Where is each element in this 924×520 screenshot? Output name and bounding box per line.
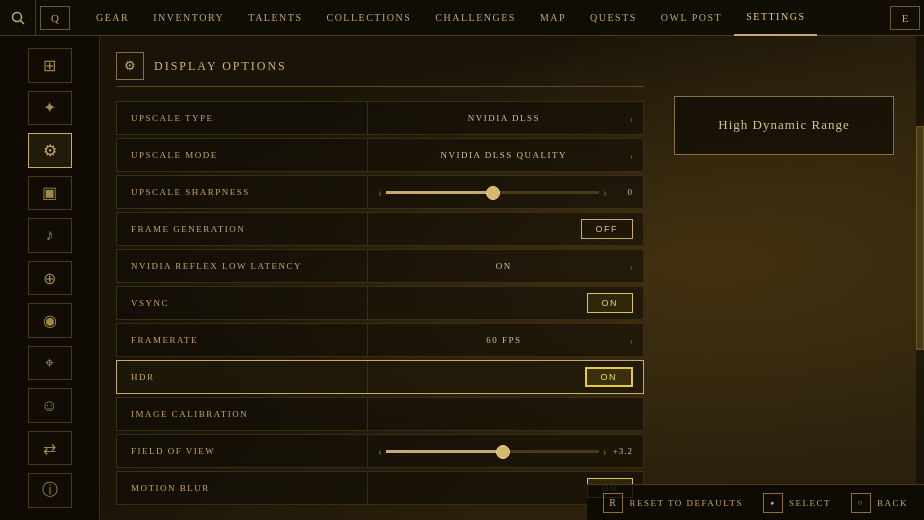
info-box: High Dynamic Range (674, 96, 894, 155)
setting-frame-generation[interactable]: FRAME GENERATION OFF (116, 212, 644, 246)
nav-item-settings[interactable]: SETTINGS (734, 0, 817, 36)
setting-upscale-type[interactable]: UPSCALE TYPE NVIDIA DLSS › (116, 101, 644, 135)
nav-item-gear[interactable]: GEAR (84, 0, 141, 36)
reset-defaults-button[interactable]: R RESET TO DEFAULTS (603, 493, 743, 513)
sidebar-item-gamepad[interactable]: ◉ (28, 303, 72, 338)
scroll-thumb[interactable] (916, 126, 924, 350)
sidebar-item-magic[interactable]: ✦ (28, 91, 72, 126)
setting-vsync[interactable]: VSYNC ON (116, 286, 644, 320)
svg-line-1 (20, 20, 24, 24)
back-key-badge: ○ (851, 493, 871, 513)
nav-item-map[interactable]: MAP (528, 0, 578, 36)
bottom-bar: R RESET TO DEFAULTS ● SELECT ○ BACK (587, 484, 924, 520)
setting-hdr[interactable]: HDR ON (116, 360, 644, 394)
sharpness-slider[interactable] (382, 191, 603, 194)
nav-item-challenges[interactable]: CHALLENGES (423, 0, 528, 36)
setting-image-calibration[interactable]: IMAGE CALIBRATION (116, 397, 644, 431)
back-label: BACK (877, 498, 908, 508)
frame-generation-toggle[interactable]: OFF (581, 219, 634, 239)
sidebar-item-audio[interactable]: ♪ (28, 218, 72, 253)
section-header: ⚙ DISPLAY OPTIONS (116, 52, 644, 87)
fov-slider-right[interactable]: › (603, 444, 607, 459)
framerate-chevron: › (630, 335, 633, 346)
right-panel: High Dynamic Range (644, 36, 924, 520)
sidebar-item-settings[interactable]: ⚙ (28, 133, 72, 168)
select-label: SELECT (789, 498, 831, 508)
setting-upscale-sharpness[interactable]: UPSCALE SHARPNESS ‹ › 0 (116, 175, 644, 209)
setting-upscale-mode[interactable]: UPSCALE MODE NVIDIA DLSS Quality › (116, 138, 644, 172)
sidebar-item-accessibility[interactable]: ☺ (28, 388, 72, 423)
search-button[interactable] (0, 0, 36, 36)
main-content: ⚙ DISPLAY OPTIONS UPSCALE TYPE NVIDIA DL… (100, 36, 924, 520)
setting-reflex-latency[interactable]: NVIDIA REFLEX LOW LATENCY On › (116, 249, 644, 283)
sidebar-item-controls[interactable]: ⊕ (28, 261, 72, 296)
slider-right-arrow[interactable]: › (603, 185, 607, 200)
nav-item-quests[interactable]: QUESTS (578, 0, 649, 36)
sidebar-item-display[interactable]: ▣ (28, 176, 72, 211)
vsync-toggle[interactable]: ON (587, 293, 634, 313)
settings-panel: ⚙ DISPLAY OPTIONS UPSCALE TYPE NVIDIA DL… (100, 36, 644, 520)
fov-slider[interactable] (382, 450, 603, 453)
back-button[interactable]: ○ BACK (851, 493, 908, 513)
info-box-text: High Dynamic Range (718, 117, 849, 132)
select-key-badge: ● (763, 493, 783, 513)
scrollbar[interactable] (916, 36, 924, 484)
reflex-chevron: › (630, 261, 633, 272)
upscale-mode-chevron: › (630, 150, 633, 161)
setting-fov[interactable]: FIELD OF VIEW ‹ › +3.2 (116, 434, 644, 468)
nav-item-collections[interactable]: COLLECTIONS (314, 0, 423, 36)
reset-key-badge: R (603, 493, 623, 513)
setting-framerate[interactable]: FRAMERATE 60 FPS › (116, 323, 644, 357)
nav-items: GEAR INVENTORY TALENTS COLLECTIONS CHALL… (74, 0, 886, 36)
sidebar-item-network[interactable]: ⇄ (28, 431, 72, 466)
upscale-type-chevron: › (630, 113, 633, 124)
nav-left-icon[interactable]: Q (40, 6, 70, 30)
left-sidebar: ⊞ ✦ ⚙ ▣ ♪ ⊕ ◉ ⌖ ☺ ⇄ ⓘ (0, 36, 100, 520)
section-title: DISPLAY OPTIONS (154, 59, 287, 74)
sidebar-item-mouse[interactable]: ⌖ (28, 346, 72, 381)
top-nav: Q GEAR INVENTORY TALENTS COLLECTIONS CHA… (0, 0, 924, 36)
svg-point-0 (12, 12, 21, 21)
setting-motion-blur[interactable]: MOTION BLUR ON (116, 471, 644, 505)
sidebar-item-info[interactable]: ⓘ (28, 473, 72, 508)
settings-list: UPSCALE TYPE NVIDIA DLSS › UPSCALE MODE … (116, 101, 644, 505)
select-button[interactable]: ● SELECT (763, 493, 831, 513)
nav-item-talents[interactable]: TALENTS (236, 0, 314, 36)
reset-defaults-label: RESET TO DEFAULTS (629, 498, 743, 508)
hdr-toggle[interactable]: ON (585, 367, 634, 387)
nav-item-owlpost[interactable]: OWL POST (649, 0, 734, 36)
sidebar-item-inventory[interactable]: ⊞ (28, 48, 72, 83)
nav-right-icon[interactable]: E (890, 6, 920, 30)
nav-item-inventory[interactable]: INVENTORY (141, 0, 236, 36)
section-icon: ⚙ (116, 52, 144, 80)
